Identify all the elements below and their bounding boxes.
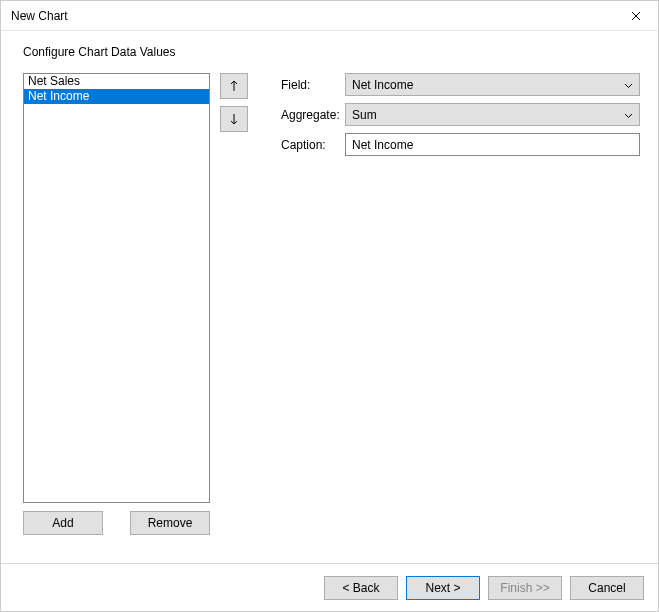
titlebar: New Chart <box>1 1 658 31</box>
page-subtitle: Configure Chart Data Values <box>1 31 658 71</box>
cancel-button[interactable]: Cancel <box>570 576 644 600</box>
form-area: Field: Net Income Aggregate: Sum Caption… <box>281 73 640 163</box>
chevron-down-icon <box>624 78 633 92</box>
aggregate-select-value: Sum <box>352 108 377 122</box>
field-row: Field: Net Income <box>281 73 640 96</box>
back-button[interactable]: < Back <box>324 576 398 600</box>
caption-row: Caption: <box>281 133 640 156</box>
move-down-button[interactable] <box>220 106 248 132</box>
remove-button[interactable]: Remove <box>130 511 210 535</box>
list-item[interactable]: Net Income <box>24 89 209 104</box>
field-label: Field: <box>281 78 345 92</box>
list-item[interactable]: Net Sales <box>24 74 209 89</box>
content-area: Net Sales Net Income Add Remove Field: N… <box>23 73 640 553</box>
close-icon <box>631 11 641 21</box>
next-button[interactable]: Next > <box>406 576 480 600</box>
aggregate-label: Aggregate: <box>281 108 345 122</box>
window-title: New Chart <box>11 9 68 23</box>
finish-button[interactable]: Finish >> <box>488 576 562 600</box>
close-button[interactable] <box>614 1 658 31</box>
caption-input[interactable] <box>345 133 640 156</box>
arrow-up-icon <box>230 80 238 92</box>
caption-label: Caption: <box>281 138 345 152</box>
move-up-button[interactable] <box>220 73 248 99</box>
aggregate-select[interactable]: Sum <box>345 103 640 126</box>
aggregate-row: Aggregate: Sum <box>281 103 640 126</box>
chevron-down-icon <box>624 108 633 122</box>
field-select-value: Net Income <box>352 78 413 92</box>
arrow-down-icon <box>230 113 238 125</box>
field-select[interactable]: Net Income <box>345 73 640 96</box>
values-listbox[interactable]: Net Sales Net Income <box>23 73 210 503</box>
add-button[interactable]: Add <box>23 511 103 535</box>
wizard-footer: < Back Next > Finish >> Cancel <box>1 563 658 611</box>
